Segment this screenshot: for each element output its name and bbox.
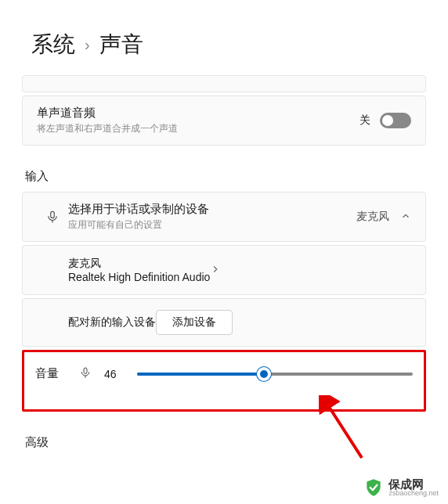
pair-device-title: 配对新的输入设备	[68, 315, 156, 329]
volume-highlight: 音量 46	[22, 350, 426, 412]
chevron-up-icon[interactable]	[400, 211, 411, 224]
add-device-button[interactable]: 添加设备	[156, 310, 233, 335]
mic-small-icon	[79, 366, 92, 381]
mono-audio-subtitle: 将左声道和右声道合并成一个声道	[37, 122, 359, 135]
mono-audio-card: 单声道音频 将左声道和右声道合并成一个声道 关	[22, 95, 426, 146]
mic-device-title: 麦克风	[68, 257, 210, 271]
mono-audio-toggle[interactable]	[380, 113, 411, 128]
input-device-subtitle: 应用可能有自己的设置	[68, 218, 356, 232]
breadcrumb-sep: ›	[85, 36, 90, 54]
mono-audio-title: 单声道音频	[37, 106, 359, 121]
pair-device-card: 配对新的输入设备 添加设备	[22, 298, 426, 347]
shield-icon	[363, 477, 384, 498]
input-device-title: 选择用于讲话或录制的设备	[68, 202, 356, 217]
breadcrumb-parent[interactable]: 系统	[31, 30, 75, 59]
volume-row: 音量 46	[35, 366, 413, 381]
input-device-selected: 麦克风	[356, 210, 389, 224]
card-collapsed[interactable]	[22, 75, 426, 92]
input-section-label: 输入	[22, 149, 426, 192]
watermark-domain: zsbaocheng.net	[388, 490, 439, 497]
mono-audio-state: 关	[359, 113, 370, 128]
mic-icon	[37, 210, 68, 224]
breadcrumb: 系统 › 声音	[0, 0, 448, 75]
svg-rect-0	[51, 211, 55, 218]
watermark-name: 保成网	[388, 478, 439, 490]
mic-device-card[interactable]: 麦克风 Realtek High Definition Audio	[22, 245, 426, 295]
input-device-card[interactable]: 选择用于讲话或录制的设备 应用可能有自己的设置 麦克风	[22, 192, 426, 242]
breadcrumb-current: 声音	[99, 30, 143, 59]
volume-value: 46	[104, 368, 126, 380]
chevron-right-icon	[210, 264, 221, 277]
volume-slider[interactable]	[137, 373, 413, 376]
volume-label: 音量	[35, 366, 68, 381]
watermark: 保成网 zsbaocheng.net	[363, 477, 439, 498]
mic-device-subtitle: Realtek High Definition Audio	[68, 271, 210, 283]
svg-rect-2	[84, 368, 87, 373]
advanced-section-label: 高级	[22, 412, 426, 458]
